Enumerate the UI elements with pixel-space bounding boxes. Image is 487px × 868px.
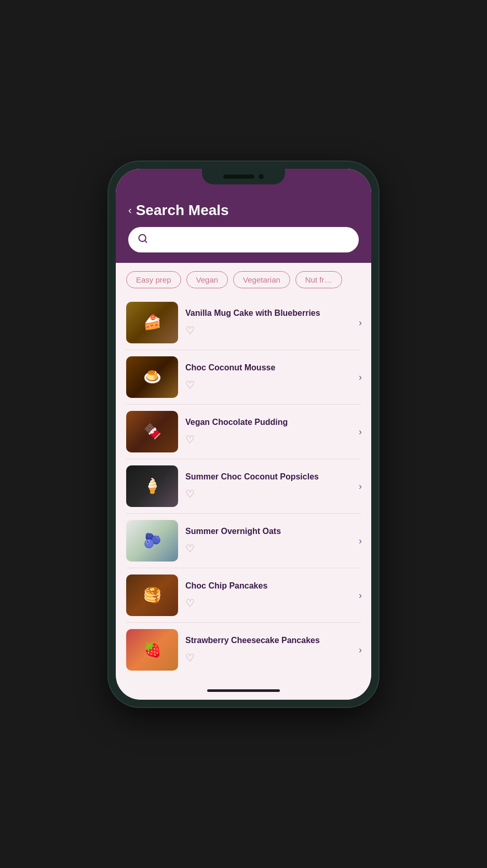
meal-info-7: Strawberry Cheesecake Pancakes ♡ (185, 635, 361, 664)
list-item[interactable]: 🍓 Strawberry Cheesecake Pancakes ♡ › (116, 624, 371, 676)
meal-name-1: Vanilla Mug Cake with Blueberries (185, 308, 361, 319)
favorite-icon-2[interactable]: ♡ (185, 379, 195, 391)
meal-name-3: Vegan Chocolate Pudding (185, 417, 361, 428)
search-input[interactable] (153, 235, 349, 244)
favorite-icon-6[interactable]: ♡ (185, 597, 195, 609)
chevron-icon-3: › (359, 426, 362, 437)
meal-info-5: Summer Overnight Oats ♡ (185, 526, 361, 555)
app-header: ‹ Search Meals (116, 195, 371, 263)
favorite-icon-3[interactable]: ♡ (185, 434, 195, 445)
list-item[interactable]: 🍦 Summer Choc Coconut Popsicles ♡ › (116, 460, 371, 512)
meal-image-5: 🫐 (126, 520, 178, 562)
svg-line-1 (145, 240, 147, 242)
notch-bar (116, 169, 371, 195)
divider (126, 622, 361, 623)
list-item[interactable]: 🍮 Choc Coconut Mousse ♡ › (116, 351, 371, 403)
meals-list: 🍰 Vanilla Mug Cake with Blueberries ♡ › … (116, 292, 371, 682)
list-item[interactable]: 🍰 Vanilla Mug Cake with Blueberries ♡ › (116, 297, 371, 349)
chip-vegan[interactable]: Vegan (186, 271, 228, 288)
chevron-icon-6: › (359, 590, 362, 600)
meal-info-1: Vanilla Mug Cake with Blueberries ♡ (185, 308, 361, 337)
chevron-icon-7: › (359, 644, 362, 655)
meal-name-5: Summer Overnight Oats (185, 526, 361, 537)
list-item[interactable]: 🥞 Choc Chip Pancakes ♡ › (116, 569, 371, 621)
list-item[interactable]: 🫐 Summer Overnight Oats ♡ › (116, 515, 371, 567)
back-button[interactable]: ‹ (128, 204, 132, 216)
filter-chips: Easy prep Vegan Vegetarian Nut fr… (116, 263, 371, 292)
divider (126, 404, 361, 405)
favorite-icon-5[interactable]: ♡ (185, 543, 195, 554)
chevron-icon-5: › (359, 535, 362, 546)
meal-info-4: Summer Choc Coconut Popsicles ♡ (185, 472, 361, 500)
page-title: Search Meals (136, 202, 229, 219)
search-icon (138, 233, 148, 246)
meal-info-6: Choc Chip Pancakes ♡ (185, 581, 361, 609)
divider (126, 513, 361, 514)
home-bar (207, 689, 280, 692)
camera (259, 174, 264, 179)
meal-image-3: 🍫 (126, 411, 178, 452)
search-bar[interactable] (128, 227, 359, 252)
meal-name-7: Strawberry Cheesecake Pancakes (185, 635, 361, 646)
chip-vegetarian[interactable]: Vegetarian (233, 271, 290, 288)
meal-info-2: Choc Coconut Mousse ♡ (185, 363, 361, 391)
chip-nut-free[interactable]: Nut fr… (295, 271, 342, 288)
favorite-icon-7[interactable]: ♡ (185, 652, 195, 663)
chevron-icon-2: › (359, 371, 362, 382)
chevron-icon-1: › (359, 317, 362, 328)
meal-image-4: 🍦 (126, 465, 178, 507)
list-item[interactable]: 🍫 Vegan Chocolate Pudding ♡ › (116, 406, 371, 458)
divider (126, 459, 361, 459)
meal-name-2: Choc Coconut Mousse (185, 363, 361, 373)
meal-image-7: 🍓 (126, 629, 178, 671)
meal-info-3: Vegan Chocolate Pudding ♡ (185, 417, 361, 446)
divider (126, 568, 361, 568)
phone-frame: ‹ Search Meals Easy prep Vegan Vegetaria… (109, 162, 378, 707)
divider (126, 350, 361, 350)
phone-screen: ‹ Search Meals Easy prep Vegan Vegetaria… (116, 169, 371, 700)
meal-name-6: Choc Chip Pancakes (185, 581, 361, 592)
chip-easy-prep[interactable]: Easy prep (126, 271, 181, 288)
speaker (223, 175, 254, 179)
meal-name-4: Summer Choc Coconut Popsicles (185, 472, 361, 483)
favorite-icon-1[interactable]: ♡ (185, 325, 195, 336)
notch (202, 169, 285, 184)
meal-image-1: 🍰 (126, 302, 178, 343)
chevron-icon-4: › (359, 480, 362, 491)
header-top: ‹ Search Meals (128, 202, 359, 219)
meal-image-2: 🍮 (126, 356, 178, 398)
meal-image-6: 🥞 (126, 575, 178, 616)
favorite-icon-4[interactable]: ♡ (185, 488, 195, 500)
home-indicator (116, 682, 371, 700)
